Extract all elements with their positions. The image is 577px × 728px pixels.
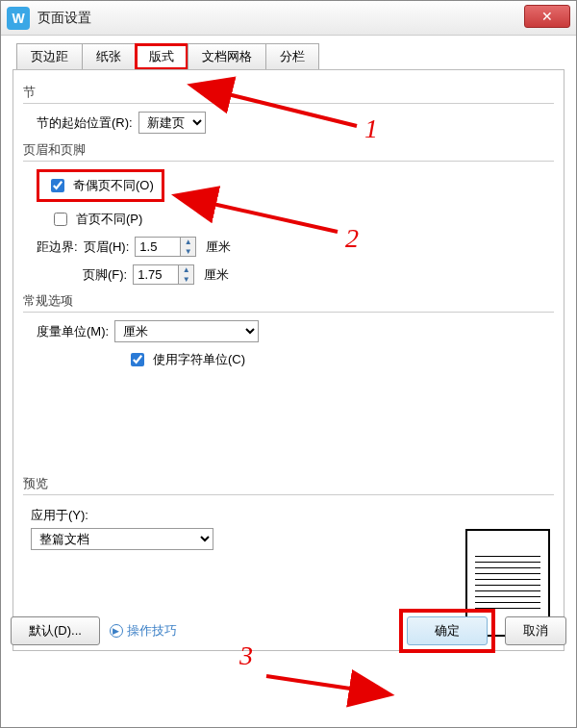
input-header-value[interactable] (136, 238, 180, 256)
row-use-char: 使用字符单位(C) (127, 350, 554, 369)
spinner-arrows[interactable]: ▲▼ (178, 265, 193, 284)
spinner-arrows[interactable]: ▲▼ (180, 238, 195, 256)
dialog-content: 页边距 纸张 版式 文档网格 分栏 节 节的起始位置(R): 新建页 页眉和页脚 (1, 36, 576, 663)
select-apply[interactable]: 整篇文档 (31, 528, 213, 550)
label-section-start: 节的起始位置(R): (37, 114, 133, 132)
group-general: 常规选项 (23, 292, 554, 313)
app-icon: W (7, 7, 30, 30)
label-use-char: 使用字符单位(C) (153, 351, 245, 368)
spinner-header[interactable]: ▲▼ (135, 237, 196, 257)
highlight-odd-even: 奇偶页不同(O) (37, 169, 164, 202)
close-icon: ✕ (541, 9, 553, 24)
label-odd-even: 奇偶页不同(O) (73, 177, 154, 194)
unit-footer: 厘米 (204, 266, 229, 284)
tab-strip: 页边距 纸张 版式 文档网格 分栏 (16, 43, 564, 70)
tab-grid[interactable]: 文档网格 (188, 43, 266, 70)
tab-columns[interactable]: 分栏 (265, 43, 319, 70)
tab-margins[interactable]: 页边距 (16, 43, 83, 70)
label-footer: 页脚(F): (83, 266, 127, 284)
row-footer-distance: 页脚(F): ▲▼ 厘米 (83, 264, 554, 285)
dialog-footer: 默认(D)... ▶ 操作技巧 确定 取消 (11, 609, 566, 653)
row-first-page: 首页不同(P) (50, 210, 554, 229)
ok-button[interactable]: 确定 (407, 616, 488, 645)
tab-paper[interactable]: 纸张 (82, 43, 136, 70)
checkbox-first-page[interactable] (54, 213, 67, 226)
dialog-title: 页面设置 (38, 10, 91, 27)
group-preview: 预览 (23, 475, 554, 495)
row-odd-even: 奇偶页不同(O) (37, 169, 554, 202)
titlebar: W 页面设置 ✕ (1, 1, 576, 36)
svg-line-2 (266, 676, 357, 690)
input-footer-value[interactable] (134, 265, 178, 284)
label-first-page: 首页不同(P) (76, 211, 142, 228)
row-header-distance: 距边界: 页眉(H): ▲▼ 厘米 (37, 237, 554, 257)
row-unit: 度量单位(M): 厘米 (37, 320, 554, 342)
label-apply: 应用于(Y): (31, 507, 213, 524)
spinner-footer[interactable]: ▲▼ (133, 264, 194, 285)
tips-label: 操作技巧 (127, 622, 177, 640)
select-unit[interactable]: 厘米 (114, 320, 259, 342)
unit-header: 厘米 (206, 238, 231, 256)
group-section: 节 (23, 84, 554, 104)
row-section-start: 节的起始位置(R): 新建页 (37, 112, 554, 134)
layout-panel: 节 节的起始位置(R): 新建页 页眉和页脚 奇偶页不同(O) 首页不 (13, 69, 564, 651)
label-margin: 距边界: (37, 238, 78, 256)
group-headerfooter: 页眉和页脚 (23, 141, 554, 162)
tips-link[interactable]: ▶ 操作技巧 (110, 622, 177, 640)
tab-layout[interactable]: 版式 (135, 43, 188, 70)
cancel-button[interactable]: 取消 (505, 616, 566, 645)
page-setup-dialog: W 页面设置 ✕ 页边距 纸张 版式 文档网格 分栏 节 节的起始位置(R): … (0, 0, 577, 728)
play-icon: ▶ (110, 624, 123, 638)
label-header: 页眉(H): (84, 238, 130, 256)
label-unit: 度量单位(M): (37, 323, 109, 340)
row-apply: 应用于(Y): 整篇文档 (31, 507, 213, 550)
highlight-ok: 确定 (399, 609, 495, 653)
close-button[interactable]: ✕ (524, 5, 570, 28)
select-section-start[interactable]: 新建页 (138, 112, 206, 134)
checkbox-odd-even[interactable] (51, 179, 64, 192)
checkbox-use-char[interactable] (131, 353, 144, 366)
default-button[interactable]: 默认(D)... (11, 616, 100, 645)
